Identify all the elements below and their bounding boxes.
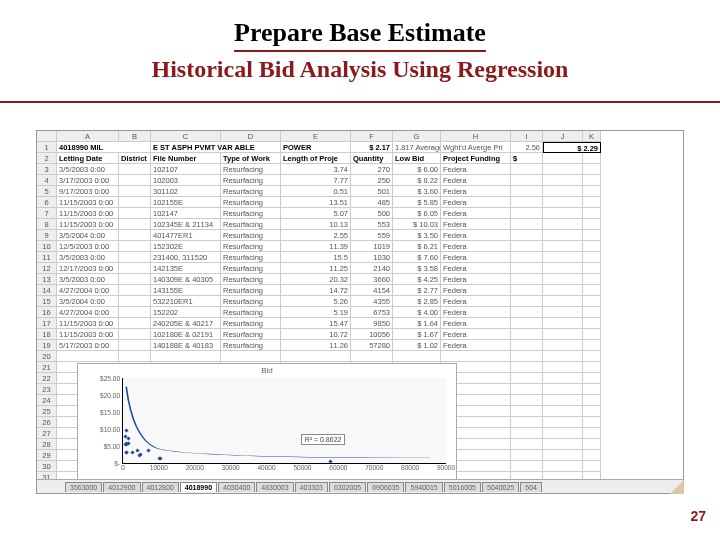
col-header[interactable]: J <box>543 131 583 142</box>
funding[interactable]: Federa <box>441 175 511 186</box>
work-type[interactable]: Resurfacing <box>221 285 281 296</box>
length[interactable]: 10.13 <box>281 219 351 230</box>
quantity[interactable]: 2140 <box>351 263 393 274</box>
district[interactable] <box>119 186 151 197</box>
cell[interactable] <box>583 384 601 395</box>
sheet-tab[interactable]: 4030400 <box>218 482 255 492</box>
sheet-tab[interactable]: 6302005 <box>329 482 366 492</box>
cell[interactable] <box>543 208 583 219</box>
letting-date[interactable]: 9/17/2003 0:00 <box>57 186 119 197</box>
district[interactable] <box>119 340 151 351</box>
row-header[interactable]: 30 <box>37 461 57 472</box>
funding[interactable]: Federa <box>441 296 511 307</box>
file-number[interactable]: 102345E & 21134 <box>151 219 221 230</box>
cell[interactable] <box>543 318 583 329</box>
district[interactable] <box>119 285 151 296</box>
cell[interactable] <box>511 263 543 274</box>
cell[interactable] <box>151 351 221 362</box>
cell[interactable] <box>543 252 583 263</box>
file-number[interactable]: 143155E <box>151 285 221 296</box>
cell[interactable] <box>543 197 583 208</box>
district[interactable] <box>119 230 151 241</box>
row-header[interactable]: 9 <box>37 230 57 241</box>
cell[interactable] <box>543 373 583 384</box>
sheet-tab[interactable]: 4012800 <box>142 482 179 492</box>
cell[interactable] <box>511 219 543 230</box>
cell[interactable] <box>583 296 601 307</box>
stats-text[interactable]: 1.817 Average Pri <box>393 142 441 153</box>
col-header[interactable]: E <box>281 131 351 142</box>
low-bid[interactable]: $ 5.85 <box>393 197 441 208</box>
cell[interactable] <box>583 362 601 373</box>
low-bid[interactable]: $ 7.60 <box>393 252 441 263</box>
letting-date[interactable]: 4/27/2004 0:00 <box>57 307 119 318</box>
cell[interactable] <box>583 461 601 472</box>
letting-date[interactable]: 11/15/2003 0:00 <box>57 197 119 208</box>
cell[interactable] <box>543 395 583 406</box>
length[interactable]: 5.07 <box>281 208 351 219</box>
sheet-tab[interactable]: 4018990 <box>180 482 217 492</box>
cell[interactable] <box>543 164 583 175</box>
low-bid[interactable]: $ 4.00 <box>393 307 441 318</box>
cell[interactable] <box>511 318 543 329</box>
work-type[interactable]: Resurfacing <box>221 252 281 263</box>
file-number[interactable]: 152202 <box>151 307 221 318</box>
row-header[interactable]: 18 <box>37 329 57 340</box>
row-header[interactable]: 5 <box>37 186 57 197</box>
col-header[interactable]: I <box>511 131 543 142</box>
hdr-funding[interactable]: Project Funding <box>441 153 511 164</box>
low-bid[interactable]: $ 6.21 <box>393 241 441 252</box>
cell[interactable] <box>511 186 543 197</box>
row-header[interactable]: 11 <box>37 252 57 263</box>
cell[interactable] <box>351 351 393 362</box>
row-header[interactable]: 2 <box>37 153 57 164</box>
funding[interactable]: Federa <box>441 208 511 219</box>
funding[interactable]: Federa <box>441 318 511 329</box>
length[interactable]: 10.72 <box>281 329 351 340</box>
cell[interactable] <box>583 252 601 263</box>
row-header[interactable]: 14 <box>37 285 57 296</box>
quantity[interactable]: 4154 <box>351 285 393 296</box>
cell[interactable] <box>511 285 543 296</box>
work-type[interactable]: Resurfacing <box>221 329 281 340</box>
row-header[interactable]: 26 <box>37 417 57 428</box>
cell[interactable] <box>511 417 543 428</box>
col-header[interactable]: B <box>119 131 151 142</box>
work-type[interactable]: Resurfacing <box>221 219 281 230</box>
hdr-file[interactable]: File Number <box>151 153 221 164</box>
cell[interactable] <box>511 373 543 384</box>
row-header[interactable]: 4 <box>37 175 57 186</box>
quantity[interactable]: 6753 <box>351 307 393 318</box>
quantity[interactable]: 57280 <box>351 340 393 351</box>
row-header[interactable]: 27 <box>37 428 57 439</box>
cell[interactable] <box>583 263 601 274</box>
work-type[interactable]: Resurfacing <box>221 241 281 252</box>
quantity[interactable]: 1030 <box>351 252 393 263</box>
row-header[interactable]: 19 <box>37 340 57 351</box>
work-type[interactable]: Resurfacing <box>221 340 281 351</box>
district[interactable] <box>119 175 151 186</box>
row-header[interactable]: 17 <box>37 318 57 329</box>
cell[interactable] <box>543 274 583 285</box>
letting-date[interactable]: 11/15/2003 0:00 <box>57 318 119 329</box>
low-bid[interactable]: $ 1.64 <box>393 318 441 329</box>
hdr-qty[interactable]: Quantity <box>351 153 393 164</box>
cell[interactable] <box>511 362 543 373</box>
cell[interactable] <box>511 175 543 186</box>
low-bid[interactable]: $ 10.03 <box>393 219 441 230</box>
cell[interactable] <box>543 153 583 164</box>
work-type[interactable]: Resurfacing <box>221 186 281 197</box>
quantity[interactable]: 559 <box>351 230 393 241</box>
length[interactable]: 3.74 <box>281 164 351 175</box>
work-type[interactable]: Resurfacing <box>221 318 281 329</box>
cell[interactable] <box>543 307 583 318</box>
col-header[interactable]: C <box>151 131 221 142</box>
hdr-length[interactable]: Length of Proje <box>281 153 351 164</box>
length[interactable]: 0.51 <box>281 186 351 197</box>
cell[interactable] <box>543 285 583 296</box>
cell[interactable] <box>221 351 281 362</box>
funding[interactable]: Federa <box>441 263 511 274</box>
district[interactable] <box>119 296 151 307</box>
district[interactable] <box>119 274 151 285</box>
funding[interactable]: Federa <box>441 307 511 318</box>
